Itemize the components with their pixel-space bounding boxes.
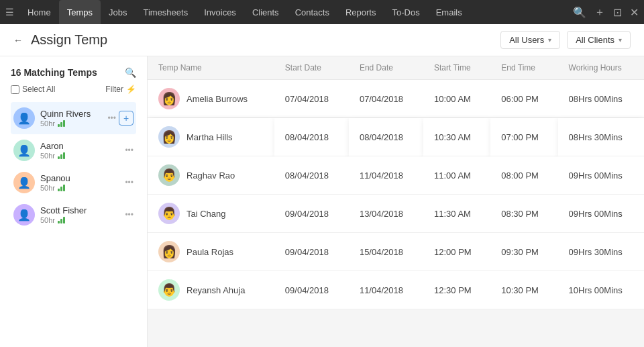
panel-header: 16 Matching Temps 🔍 (11, 67, 136, 78)
nav-home[interactable]: Home (19, 0, 59, 24)
avatar: 👤 (13, 140, 35, 161)
row-avatar: 👩 (158, 126, 180, 148)
temp-meta: 50hr (40, 184, 119, 192)
cell-temp-name: 👩 Amelia Burrows (148, 80, 274, 118)
cell-end-date: 15/04/2018 (349, 233, 423, 271)
close-icon[interactable]: ✕ (630, 6, 639, 19)
panel-title: 16 Matching Temps (11, 67, 97, 78)
nav-timesheets[interactable]: Timesheets (135, 0, 196, 24)
back-arrow-icon: ← (13, 35, 23, 46)
cell-start-time: 10:00 AM (423, 80, 490, 118)
all-users-dropdown[interactable]: All Users ▾ (500, 31, 560, 49)
table-row[interactable]: 👩 Amelia Burrows 07/04/2018 07/04/2018 1… (148, 80, 644, 118)
back-button[interactable]: ← (13, 35, 23, 46)
nav-temps[interactable]: Temps (59, 0, 101, 24)
table-row[interactable]: 👨 Tai Chang 09/04/2018 13/04/2018 11:30 … (148, 195, 644, 233)
chevron-down-icon: ▾ (548, 36, 551, 44)
header-right: All Users ▾ All Clients ▾ (500, 31, 631, 49)
nav-contacts[interactable]: Contacts (287, 0, 337, 24)
cell-working-hours: 08Hrs 30Mins (558, 118, 644, 156)
cell-working-hours: 09Hrs 00Mins (558, 156, 644, 195)
chevron-down-icon: ▾ (619, 36, 622, 44)
table-header-row: Temp Name Start Date End Date Start Time… (148, 56, 644, 80)
cell-working-hours: 09Hrs 00Mins (558, 195, 644, 233)
col-start-date: Start Date (274, 56, 349, 80)
temp-info: Scott Fisher 50hr (40, 205, 119, 224)
panel-search-icon[interactable]: 🔍 (125, 67, 136, 78)
ellipsis-button[interactable]: ••• (125, 210, 133, 219)
temp-item[interactable]: 👤 Quinn Rivers 50hr ••• + (11, 102, 136, 134)
nav-jobs[interactable]: Jobs (101, 0, 135, 24)
temp-meta: 50hr (40, 119, 102, 128)
cell-temp-name: 👨 Tai Chang (148, 195, 274, 233)
nav-todos[interactable]: To-Dos (384, 0, 427, 24)
cell-working-hours: 08Hrs 00Mins (558, 80, 644, 118)
row-avatar: 👨 (158, 203, 180, 224)
cell-end-date: 11/04/2018 (349, 271, 423, 309)
table-row[interactable]: 👨 Reyansh Ahuja 09/04/2018 11/04/2018 12… (148, 271, 644, 309)
row-temp-name: Martha Hills (186, 132, 233, 142)
temp-info: Quinn Rivers 50hr (40, 109, 102, 128)
data-table: Temp Name Start Date End Date Start Time… (148, 56, 644, 309)
temp-actions: ••• (125, 210, 133, 219)
temp-name: Aaron (40, 141, 119, 151)
col-working-hours: Working Hours (558, 56, 644, 80)
row-avatar: 👨 (158, 279, 180, 301)
cell-start-time: 11:30 AM (423, 195, 490, 233)
temp-item[interactable]: 👤 Aaron 50hr ••• (11, 134, 136, 166)
signal-bars (58, 217, 65, 224)
temp-item[interactable]: 👤 Spanou 50hr ••• (11, 166, 136, 199)
cell-temp-name: 👨 Raghav Rao (148, 156, 274, 195)
signal-bars (58, 152, 65, 159)
select-all-checkbox[interactable]: Select All (11, 85, 55, 94)
col-temp-name: Temp Name (148, 56, 274, 80)
avatar: 👤 (13, 107, 35, 129)
cell-start-time: 12:30 PM (423, 271, 490, 309)
temp-actions: ••• (125, 178, 133, 187)
nav-invoices[interactable]: Invoices (196, 0, 244, 24)
select-filter-row: Select All Filter ⚡ (11, 85, 136, 94)
filter-label: Filter (105, 85, 123, 94)
cell-working-hours: 10Hrs 00Mins (558, 271, 644, 309)
cell-end-time: 08:30 PM (490, 195, 557, 233)
notification-icon[interactable]: ⊡ (613, 6, 622, 19)
table-row[interactable]: 👩 Paula Rojas 09/04/2018 15/04/2018 12:0… (148, 233, 644, 271)
main-content: 16 Matching Temps 🔍 Select All Filter ⚡ … (0, 56, 644, 347)
cell-start-date: 08/04/2018 (274, 118, 349, 156)
table-row[interactable]: 👩 Martha Hills 08/04/2018 08/04/2018 10:… (148, 118, 644, 156)
cell-end-date: 08/04/2018 (349, 118, 423, 156)
cell-start-date: 09/04/2018 (274, 195, 349, 233)
table-row[interactable]: 👨 Raghav Rao 08/04/2018 11/04/2018 11:00… (148, 156, 644, 195)
nav-clients[interactable]: Clients (244, 0, 287, 24)
cell-start-date: 09/04/2018 (274, 233, 349, 271)
ellipsis-button[interactable]: ••• (107, 113, 116, 123)
nav-action-buttons: 🔍 ＋ ⊡ ✕ (573, 5, 639, 19)
col-end-time: End Time (490, 56, 557, 80)
nav-emails[interactable]: Emails (428, 0, 470, 24)
temp-name: Spanou (40, 173, 119, 183)
temp-meta: 50hr (40, 152, 119, 160)
add-button[interactable]: + (119, 111, 133, 126)
ellipsis-button[interactable]: ••• (125, 146, 133, 155)
menu-icon[interactable]: ☰ (5, 7, 14, 17)
cell-temp-name: 👩 Paula Rojas (148, 233, 274, 271)
cell-start-time: 10:30 AM (423, 118, 490, 156)
temp-item[interactable]: 👤 Scott Fisher 50hr ••• (11, 199, 136, 231)
select-all-input[interactable] (11, 85, 19, 94)
all-clients-dropdown[interactable]: All Clients ▾ (567, 31, 631, 49)
ellipsis-button[interactable]: ••• (125, 178, 133, 187)
col-end-date: End Date (349, 56, 423, 80)
temp-actions: ••• (125, 146, 133, 155)
filter-button[interactable]: Filter ⚡ (105, 85, 136, 94)
row-avatar: 👨 (158, 164, 180, 186)
temp-actions: ••• + (107, 111, 133, 126)
cell-working-hours: 09Hrs 30Mins (558, 233, 644, 271)
cell-end-date: 11/04/2018 (349, 156, 423, 195)
row-temp-name: Tai Chang (186, 209, 226, 219)
nav-reports[interactable]: Reports (337, 0, 384, 24)
cell-start-date: 07/04/2018 (274, 80, 349, 118)
search-icon[interactable]: 🔍 (573, 6, 586, 19)
col-start-time: Start Time (423, 56, 490, 80)
add-icon[interactable]: ＋ (594, 5, 605, 19)
temp-meta: 50hr (40, 216, 119, 224)
